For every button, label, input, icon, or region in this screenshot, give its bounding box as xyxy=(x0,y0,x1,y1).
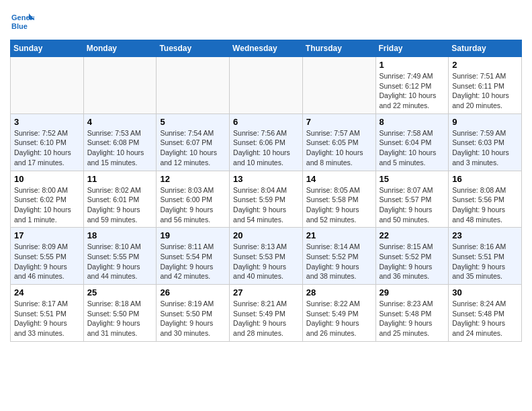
day-info: Sunrise: 8:14 AM Sunset: 5:52 PM Dayligh… xyxy=(306,242,372,281)
week-row-5: 24Sunrise: 8:17 AM Sunset: 5:51 PM Dayli… xyxy=(11,285,522,342)
day-number: 2 xyxy=(452,60,518,70)
day-number: 12 xyxy=(160,174,226,184)
day-number: 28 xyxy=(306,287,372,298)
day-info: Sunrise: 8:03 AM Sunset: 6:00 PM Dayligh… xyxy=(160,185,226,225)
day-info: Sunrise: 8:18 AM Sunset: 5:50 PM Dayligh… xyxy=(87,299,153,338)
calendar-cell: 25Sunrise: 8:18 AM Sunset: 5:50 PM Dayli… xyxy=(83,285,157,342)
weekday-header-thursday: Thursday xyxy=(302,40,375,57)
calendar-cell: 19Sunrise: 8:11 AM Sunset: 5:54 PM Dayli… xyxy=(157,228,230,285)
calendar-cell: 18Sunrise: 8:10 AM Sunset: 5:55 PM Dayli… xyxy=(83,228,157,285)
day-info: Sunrise: 8:02 AM Sunset: 6:01 PM Dayligh… xyxy=(87,185,153,225)
day-info: Sunrise: 8:13 AM Sunset: 5:53 PM Dayligh… xyxy=(233,242,299,281)
calendar-cell: 23Sunrise: 8:16 AM Sunset: 5:51 PM Dayli… xyxy=(449,228,522,285)
day-number: 22 xyxy=(380,230,445,240)
day-number: 9 xyxy=(452,117,518,127)
day-info: Sunrise: 8:00 AM Sunset: 6:02 PM Dayligh… xyxy=(14,185,80,225)
day-info: Sunrise: 8:21 AM Sunset: 5:49 PM Dayligh… xyxy=(233,299,299,338)
day-number: 11 xyxy=(87,174,153,184)
calendar-cell: 11Sunrise: 8:02 AM Sunset: 6:01 PM Dayli… xyxy=(83,171,157,228)
calendar-cell: 1Sunrise: 7:49 AM Sunset: 6:12 PM Daylig… xyxy=(375,57,449,114)
day-number: 8 xyxy=(380,117,445,127)
day-info: Sunrise: 8:08 AM Sunset: 5:56 PM Dayligh… xyxy=(452,185,518,225)
day-number: 24 xyxy=(14,287,80,298)
calendar-cell: 12Sunrise: 8:03 AM Sunset: 6:00 PM Dayli… xyxy=(157,171,230,228)
day-info: Sunrise: 8:07 AM Sunset: 5:57 PM Dayligh… xyxy=(380,185,445,225)
weekday-header-row: SundayMondayTuesdayWednesdayThursdayFrid… xyxy=(11,40,522,57)
calendar-cell xyxy=(83,57,157,114)
week-row-1: 1Sunrise: 7:49 AM Sunset: 6:12 PM Daylig… xyxy=(11,57,522,114)
day-info: Sunrise: 8:04 AM Sunset: 5:59 PM Dayligh… xyxy=(233,185,299,225)
day-number: 20 xyxy=(233,230,299,240)
day-info: Sunrise: 7:53 AM Sunset: 6:08 PM Dayligh… xyxy=(87,128,153,168)
day-number: 13 xyxy=(233,174,299,184)
day-number: 10 xyxy=(14,174,80,184)
calendar-cell: 28Sunrise: 8:22 AM Sunset: 5:49 PM Dayli… xyxy=(302,285,375,342)
weekday-header-wednesday: Wednesday xyxy=(230,40,303,57)
day-number: 16 xyxy=(452,174,518,184)
calendar-cell: 13Sunrise: 8:04 AM Sunset: 5:59 PM Dayli… xyxy=(230,171,303,228)
day-info: Sunrise: 8:10 AM Sunset: 5:55 PM Dayligh… xyxy=(87,242,153,281)
day-number: 25 xyxy=(87,287,153,298)
day-info: Sunrise: 7:58 AM Sunset: 6:04 PM Dayligh… xyxy=(380,128,445,168)
day-number: 1 xyxy=(380,60,445,70)
weekday-header-tuesday: Tuesday xyxy=(157,40,230,57)
calendar-cell xyxy=(11,57,84,114)
day-number: 30 xyxy=(452,287,518,298)
week-row-3: 10Sunrise: 8:00 AM Sunset: 6:02 PM Dayli… xyxy=(11,171,522,228)
calendar-cell: 5Sunrise: 7:54 AM Sunset: 6:07 PM Daylig… xyxy=(157,113,230,171)
calendar-table: SundayMondayTuesdayWednesdayThursdayFrid… xyxy=(10,40,522,342)
calendar-cell: 21Sunrise: 8:14 AM Sunset: 5:52 PM Dayli… xyxy=(302,228,375,285)
calendar-cell: 27Sunrise: 8:21 AM Sunset: 5:49 PM Dayli… xyxy=(230,285,303,342)
day-info: Sunrise: 7:59 AM Sunset: 6:03 PM Dayligh… xyxy=(452,128,518,168)
day-info: Sunrise: 8:22 AM Sunset: 5:49 PM Dayligh… xyxy=(306,299,372,338)
week-row-4: 17Sunrise: 8:09 AM Sunset: 5:55 PM Dayli… xyxy=(11,228,522,285)
calendar-cell: 4Sunrise: 7:53 AM Sunset: 6:08 PM Daylig… xyxy=(83,113,157,171)
day-number: 27 xyxy=(233,287,299,298)
day-info: Sunrise: 7:56 AM Sunset: 6:06 PM Dayligh… xyxy=(233,128,299,168)
day-number: 6 xyxy=(233,117,299,127)
day-info: Sunrise: 7:57 AM Sunset: 6:05 PM Dayligh… xyxy=(306,128,372,168)
day-info: Sunrise: 8:05 AM Sunset: 5:58 PM Dayligh… xyxy=(306,185,372,225)
week-row-2: 3Sunrise: 7:52 AM Sunset: 6:10 PM Daylig… xyxy=(11,113,522,171)
day-info: Sunrise: 7:54 AM Sunset: 6:07 PM Dayligh… xyxy=(160,128,226,168)
calendar-cell: 22Sunrise: 8:15 AM Sunset: 5:52 PM Dayli… xyxy=(375,228,449,285)
day-info: Sunrise: 8:23 AM Sunset: 5:48 PM Dayligh… xyxy=(380,299,445,338)
day-info: Sunrise: 8:19 AM Sunset: 5:50 PM Dayligh… xyxy=(160,299,226,338)
day-info: Sunrise: 8:16 AM Sunset: 5:51 PM Dayligh… xyxy=(452,242,518,281)
day-info: Sunrise: 7:52 AM Sunset: 6:10 PM Dayligh… xyxy=(14,128,80,168)
calendar-cell: 29Sunrise: 8:23 AM Sunset: 5:48 PM Dayli… xyxy=(375,285,449,342)
day-number: 19 xyxy=(160,230,226,240)
day-number: 15 xyxy=(380,174,445,184)
calendar-cell: 20Sunrise: 8:13 AM Sunset: 5:53 PM Dayli… xyxy=(230,228,303,285)
calendar-cell: 26Sunrise: 8:19 AM Sunset: 5:50 PM Dayli… xyxy=(157,285,230,342)
calendar-cell xyxy=(230,57,303,114)
day-number: 17 xyxy=(14,230,80,240)
calendar-cell xyxy=(157,57,230,114)
calendar-cell: 16Sunrise: 8:08 AM Sunset: 5:56 PM Dayli… xyxy=(449,171,522,228)
day-number: 26 xyxy=(160,287,226,298)
calendar-cell: 9Sunrise: 7:59 AM Sunset: 6:03 PM Daylig… xyxy=(449,113,522,171)
day-info: Sunrise: 8:09 AM Sunset: 5:55 PM Dayligh… xyxy=(14,242,80,281)
day-number: 23 xyxy=(452,230,518,240)
calendar-cell: 7Sunrise: 7:57 AM Sunset: 6:05 PM Daylig… xyxy=(302,113,375,171)
day-number: 14 xyxy=(306,174,372,184)
day-info: Sunrise: 8:15 AM Sunset: 5:52 PM Dayligh… xyxy=(380,242,445,281)
calendar-cell: 2Sunrise: 7:51 AM Sunset: 6:11 PM Daylig… xyxy=(449,57,522,114)
calendar-cell xyxy=(302,57,375,114)
calendar-cell: 3Sunrise: 7:52 AM Sunset: 6:10 PM Daylig… xyxy=(11,113,84,171)
day-info: Sunrise: 7:51 AM Sunset: 6:11 PM Dayligh… xyxy=(452,71,518,111)
calendar-cell: 10Sunrise: 8:00 AM Sunset: 6:02 PM Dayli… xyxy=(11,171,84,228)
day-number: 21 xyxy=(306,230,372,240)
day-info: Sunrise: 7:49 AM Sunset: 6:12 PM Dayligh… xyxy=(380,71,445,111)
day-number: 18 xyxy=(87,230,153,240)
day-number: 4 xyxy=(87,117,153,127)
day-number: 3 xyxy=(14,117,80,127)
day-number: 5 xyxy=(160,117,226,127)
calendar-cell: 6Sunrise: 7:56 AM Sunset: 6:06 PM Daylig… xyxy=(230,113,303,171)
page-header: General Blue xyxy=(10,10,522,34)
logo-icon: General Blue xyxy=(10,10,34,34)
weekday-header-friday: Friday xyxy=(375,40,449,57)
day-info: Sunrise: 8:17 AM Sunset: 5:51 PM Dayligh… xyxy=(14,299,80,338)
calendar-cell: 30Sunrise: 8:24 AM Sunset: 5:48 PM Dayli… xyxy=(449,285,522,342)
logo: General Blue xyxy=(10,10,37,34)
